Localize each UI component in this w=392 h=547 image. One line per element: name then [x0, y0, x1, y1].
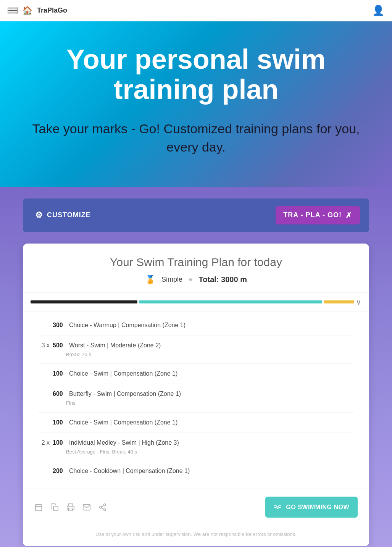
workout-desc: Butterfly - Swim | Compensation (Zone 1) [69, 389, 181, 399]
workout-distance: 600 [53, 389, 66, 399]
workout-detail: Break: 70 s [38, 351, 354, 358]
svg-rect-0 [35, 504, 42, 511]
expand-icon[interactable]: ∨ [356, 297, 361, 307]
disclaimer: Use at your own risk and under supervisi… [23, 525, 369, 546]
progress-dark [31, 300, 137, 303]
hero-title: Your personal swim training plan [23, 44, 369, 105]
traplago-label: TRA - PLA - GO! [283, 211, 342, 219]
list-item: 300 Choice - Warmup | Compensation (Zone… [38, 315, 354, 336]
workout-desc: Choice - Warmup | Compensation (Zone 1) [69, 321, 186, 330]
svg-point-7 [100, 506, 102, 508]
list-item: 200 Choice - Cooldown | Compensation (Zo… [38, 461, 354, 481]
app-header: 🏠 TraPlaGo 👤 [0, 0, 392, 21]
customize-label: CUSTOMIZE [47, 211, 91, 219]
email-button[interactable] [82, 503, 91, 512]
list-item: 3 x 500 Worst - Swim | Moderate (Zone 2)… [38, 336, 354, 364]
workout-repeat: 3 x [38, 341, 50, 350]
go-swimming-label: GO SWIMMING NOW [286, 504, 349, 511]
plan-actions: GO SWIMMING NOW [23, 489, 369, 525]
svg-line-9 [102, 508, 104, 509]
svg-line-10 [102, 505, 104, 507]
progress-teal [139, 300, 322, 303]
svg-rect-4 [53, 506, 58, 511]
calendar-button[interactable] [34, 503, 43, 512]
swim-icon [274, 502, 282, 512]
plan-separator: ≡ [189, 276, 193, 284]
menu-button[interactable] [8, 7, 18, 15]
plan-header: Your Swim Training Plan for today 🏅 Simp… [23, 244, 369, 293]
svg-point-6 [104, 503, 106, 506]
workout-row: 100 Choice - Swim | Compensation (Zone 1… [38, 369, 354, 378]
hero-section: Your personal swim training plan Take yo… [0, 21, 392, 187]
level-icon: 🏅 [145, 275, 155, 285]
main-content: ⚙ CUSTOMIZE TRA - PLA - GO! ✗ Your Swim … [0, 187, 392, 547]
go-swimming-button[interactable]: GO SWIMMING NOW [265, 497, 358, 518]
print-button[interactable] [66, 503, 75, 512]
action-icons [34, 503, 107, 512]
list-item: 100 Choice - Swim | Compensation (Zone 1… [38, 364, 354, 384]
workout-row: 600 Butterfly - Swim | Compensation (Zon… [38, 389, 354, 399]
home-icon: 🏠 [22, 6, 32, 16]
workout-repeat: 2 x [38, 438, 50, 447]
gear-icon: ⚙ [35, 210, 43, 220]
list-item: 100 Choice - Swim | Compensation (Zone 1… [38, 413, 354, 433]
workout-distance: 500 [53, 341, 66, 350]
toolbar: ⚙ CUSTOMIZE TRA - PLA - GO! ✗ [23, 198, 369, 232]
workout-row: 200 Choice - Cooldown | Compensation (Zo… [38, 466, 354, 476]
workout-detail: Best Average - Fins, Break: 40 s [38, 448, 354, 456]
plan-total: Total: 3000 m [199, 275, 247, 284]
workout-distance: 100 [53, 369, 66, 378]
workout-distance: 200 [53, 466, 66, 476]
workout-row: 2 x 100 Individual Medley - Swim | High … [38, 438, 354, 447]
workout-desc: Individual Medley - Swim | High (Zone 3) [69, 438, 179, 447]
share-button[interactable] [98, 503, 107, 512]
copy-button[interactable] [50, 503, 59, 512]
list-item: 600 Butterfly - Swim | Compensation (Zon… [38, 384, 354, 413]
workout-desc: Choice - Swim | Compensation (Zone 1) [69, 369, 177, 378]
app-name: TraPlaGo [37, 6, 67, 15]
plan-title: Your Swim Training Plan for today [38, 256, 354, 269]
user-icon[interactable]: 👤 [372, 5, 384, 16]
plan-card: Your Swim Training Plan for today 🏅 Simp… [23, 244, 369, 547]
workout-detail: Fins [38, 399, 354, 407]
workout-distance: 300 [53, 321, 66, 330]
progress-bar: ∨ [23, 293, 369, 311]
svg-point-8 [104, 508, 106, 511]
customize-button[interactable]: ⚙ CUSTOMIZE [32, 209, 94, 222]
hero-subtitle: Take your marks - Go! Customized trainin… [23, 120, 369, 156]
workout-desc: Choice - Cooldown | Compensation (Zone 1… [69, 466, 190, 476]
list-item: 2 x 100 Individual Medley - Swim | High … [38, 433, 354, 461]
workout-row: 100 Choice - Swim | Compensation (Zone 1… [38, 418, 354, 427]
traplago-button[interactable]: TRA - PLA - GO! ✗ [276, 206, 360, 224]
plan-level: Simple [161, 276, 182, 284]
shuffle-icon: ✗ [345, 211, 352, 220]
workout-distance: 100 [53, 418, 66, 427]
workout-distance: 100 [53, 438, 66, 447]
workout-desc: Worst - Swim | Moderate (Zone 2) [69, 341, 161, 350]
workout-row: 3 x 500 Worst - Swim | Moderate (Zone 2) [38, 341, 354, 350]
workout-desc: Choice - Swim | Compensation (Zone 1) [69, 418, 177, 427]
progress-yellow [324, 300, 354, 303]
svg-rect-5 [69, 508, 73, 510]
workout-row: 300 Choice - Warmup | Compensation (Zone… [38, 321, 354, 330]
plan-meta: 🏅 Simple ≡ Total: 3000 m [38, 275, 354, 285]
header-left: 🏠 TraPlaGo [8, 6, 67, 16]
workout-list: 300 Choice - Warmup | Compensation (Zone… [23, 311, 369, 489]
